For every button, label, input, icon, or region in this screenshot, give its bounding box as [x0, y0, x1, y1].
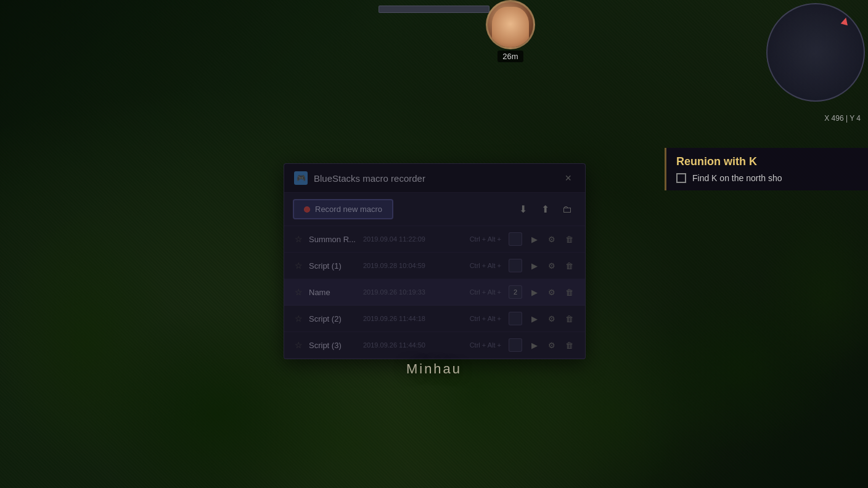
- quest-panel: Reunion with K Find K on the north sho: [665, 148, 868, 190]
- avatar-face: [492, 7, 529, 49]
- top-progress-bar: [379, 6, 489, 13]
- dark-overlay: [0, 0, 868, 488]
- avatar: [486, 0, 535, 49]
- location-label: Minhau: [406, 361, 462, 377]
- compass: ▲: [766, 3, 865, 102]
- hud-top-bar: [0, 0, 868, 18]
- quest-item: Find K on the north sho: [676, 173, 858, 183]
- character-avatar-area: 26m: [486, 0, 535, 62]
- quest-title: Reunion with K: [676, 155, 858, 168]
- quest-checkbox: [676, 173, 686, 183]
- compass-arrow-icon: ▲: [838, 12, 853, 29]
- quest-item-text: Find K on the north sho: [692, 173, 782, 183]
- distance-badge: 26m: [497, 51, 523, 62]
- coordinates-display: X 496 | Y 4: [824, 114, 861, 123]
